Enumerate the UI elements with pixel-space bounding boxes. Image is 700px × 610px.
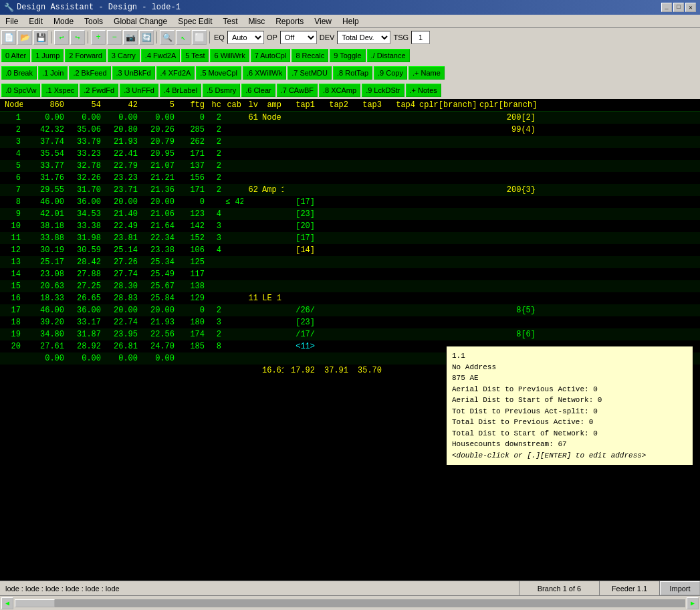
tb-9-lckdstr[interactable]: .9 LckDStr — [362, 84, 404, 97]
tb-3-unffd[interactable]: .3 UnFFd — [120, 84, 158, 97]
table-row[interactable]: 16 18.33 26.65 28.83 25.84 129 11 LE 1 — [0, 292, 700, 304]
scroll-track[interactable] — [15, 599, 685, 607]
tb-8-xcamp[interactable]: .8 XCAmp — [319, 84, 360, 97]
tb-3-unbkfd[interactable]: .3 UnBkFd — [112, 66, 155, 80]
menu-test[interactable]: Test — [218, 15, 243, 27]
tb-1-jump[interactable]: 1 Jump — [31, 49, 64, 62]
table-row[interactable]: 18 39.20 33.17 22.74 21.93 180 3 [23] — [0, 316, 700, 328]
table-row[interactable]: 3 37.74 33.79 21.93 20.79 262 2 — [0, 136, 700, 148]
scroll-right-arrow[interactable]: ▶ — [687, 597, 699, 609]
menu-tools[interactable]: Tools — [79, 15, 108, 27]
auto-select[interactable]: Auto — [227, 31, 264, 44]
table-row[interactable]: 4 35.54 33.23 22.41 20.95 171 2 — [0, 148, 700, 160]
sep2 — [88, 31, 88, 43]
tb-4-fwd2a[interactable]: .4 Fwd2A — [141, 49, 180, 62]
tb-0-alter[interactable]: 0 Alter — [1, 49, 30, 62]
tb-7-autocpl[interactable]: 7 AutoCpl — [251, 49, 291, 62]
toolbar-row-2: 0 Alter 1 Jump 2 Forward 3 Carry .4 Fwd2… — [0, 47, 700, 64]
magnify-icon[interactable]: 🔍 — [160, 30, 174, 45]
scroll-thumb[interactable] — [15, 599, 55, 607]
menu-global-change[interactable]: Global Change — [108, 15, 172, 27]
menu-mode[interactable]: Mode — [48, 15, 79, 27]
table-row[interactable]: 1 0.00 0.00 0.00 0.00 0 2 61 Node 1 200[… — [0, 112, 700, 124]
table-row[interactable]: 2 42.32 35.06 20.80 20.26 285 2 99(4) — [0, 124, 700, 136]
tb-9-toggle[interactable]: 9 Toggle — [330, 49, 365, 62]
open-icon[interactable]: 📂 — [17, 30, 32, 45]
tb-5-test[interactable]: 5 Test — [181, 49, 209, 62]
table-row[interactable]: 7 29.55 31.70 23.71 21.36 171 2 62 Amp 1… — [0, 184, 700, 196]
dev-label: DEV — [318, 33, 336, 41]
total-dev-select[interactable]: Total Dev. — [337, 31, 390, 44]
window-controls: _ □ ✕ — [661, 3, 696, 12]
sub-icon[interactable]: − — [107, 30, 122, 45]
table-row[interactable]: 6 31.76 32.26 23.23 21.21 156 2 — [0, 172, 700, 184]
tb-1-xspec[interactable]: .1 Xspec — [41, 84, 78, 97]
header-cab: cab — [223, 100, 243, 110]
menu-edit[interactable]: Edit — [23, 15, 48, 27]
import-button[interactable]: Import — [660, 581, 700, 595]
tb-5-dsmry[interactable]: .5 Dsmry — [203, 84, 240, 97]
tb-7-cawbf[interactable]: .7 CAwBF — [277, 84, 318, 97]
table-row[interactable]: 19 34.80 31.87 23.95 22.56 174 2 /17/ 8[… — [0, 328, 700, 340]
menu-misc[interactable]: Misc — [243, 15, 271, 27]
tb-0-break[interactable]: .0 Break — [1, 66, 37, 80]
header-tap4: tap4 — [384, 100, 417, 110]
lasso-icon[interactable]: ⬜ — [192, 30, 207, 45]
table-row[interactable]: 11 33.88 31.98 23.81 22.34 152 3 [17] — [0, 232, 700, 244]
info-line8: Total Dist to Start of Network: 0 — [452, 428, 687, 439]
menu-reports[interactable]: Reports — [270, 15, 309, 27]
tb-6-willwrk[interactable]: 6 WillWrk — [210, 49, 249, 62]
tb-0-spcvw[interactable]: .0 SpcVw — [1, 84, 40, 97]
tb-name[interactable]: .+ Name — [409, 66, 445, 80]
undo-icon[interactable]: ↩ — [54, 30, 69, 45]
tb-5-movecpl[interactable]: .5 MoveCpl — [196, 66, 241, 80]
header-amp: amp — [260, 100, 283, 110]
table-row[interactable]: 5 33.77 32.78 22.79 21.07 137 2 — [0, 160, 700, 172]
table-row[interactable]: 13 25.17 28.42 27.26 25.34 125 — [0, 256, 700, 268]
table-row[interactable]: 12 30.19 30.59 25.14 23.38 106 4 [14] — [0, 244, 700, 256]
tb-2-fwdfd[interactable]: .2 FwdFd — [80, 84, 118, 97]
new-icon[interactable]: 📄 — [1, 30, 16, 45]
table-row[interactable]: 14 23.08 27.88 27.74 25.49 117 — [0, 268, 700, 280]
table-row[interactable]: 10 38.18 33.38 22.49 21.64 142 3 [20] — [0, 220, 700, 232]
tb-1-join[interactable]: .1 Join — [38, 66, 68, 80]
pointer-icon[interactable]: ↖ — [176, 30, 191, 45]
tb-8-rottap[interactable]: .8 RotTap — [333, 66, 372, 80]
status-feeder: Feeder 1.1 — [600, 581, 660, 595]
tb-4-xfd2a[interactable]: .4 XFd2A — [156, 66, 195, 80]
title-area: 🔧 Design Assistant - Design - lode-1 — [4, 3, 661, 13]
table-row[interactable]: 17 46.00 36.00 20.00 20.00 0 2 /26/ 8{5} — [0, 304, 700, 316]
scroll-left-arrow[interactable]: ◀ — [1, 597, 13, 609]
tb-9-copy[interactable]: .9 Copy — [374, 66, 407, 80]
tb-notes[interactable]: .+ Notes — [406, 84, 441, 97]
refresh-icon[interactable]: 🔄 — [139, 30, 154, 45]
close-button[interactable]: ✕ — [685, 3, 696, 12]
tb-8-recalc[interactable]: 8 Recalc — [291, 49, 328, 62]
tb-2-bkfeed[interactable]: .2 BkFeed — [69, 66, 110, 80]
info-line9: Housecounts downstream: 67 — [452, 439, 687, 450]
horizontal-scrollbar[interactable]: ◀ ▶ — [0, 595, 700, 610]
camera-icon[interactable]: 📷 — [123, 30, 138, 45]
menu-view[interactable]: View — [309, 15, 337, 27]
add-icon[interactable]: + — [91, 30, 106, 45]
off-select[interactable]: Off — [280, 31, 317, 44]
tb-distance[interactable]: ./ Distance — [367, 49, 410, 62]
tb-4-brlabel[interactable]: .4 BrLabel — [160, 84, 201, 97]
menu-help[interactable]: Help — [337, 15, 364, 27]
tsg-input[interactable]: 1 — [411, 31, 430, 44]
tb-6-clear[interactable]: .6 Clear — [241, 84, 275, 97]
tb-6-xwillwk[interactable]: .6 XWillWk — [243, 66, 286, 80]
table-row[interactable]: 9 42.01 34.53 21.40 21.06 123 4 [23] — [0, 208, 700, 220]
maximize-button[interactable]: □ — [673, 3, 684, 12]
menu-file[interactable]: File — [0, 15, 23, 27]
tb-7-setmdu[interactable]: .7 SetMDU — [287, 66, 332, 80]
tb-3-carry[interactable]: 3 Carry — [108, 49, 140, 62]
table-row[interactable]: 15 20.63 27.25 28.30 25.67 138 — [0, 280, 700, 292]
minimize-button[interactable]: _ — [661, 3, 672, 12]
table-row[interactable]: 8 46.00 36.00 20.00 20.00 0 ≤ 42 [17] — [0, 196, 700, 208]
header-tap1: tap1 — [283, 100, 317, 110]
menu-spec-edit[interactable]: Spec Edit — [172, 15, 217, 27]
redo-icon[interactable]: ↪ — [70, 30, 85, 45]
save-icon[interactable]: 💾 — [33, 30, 48, 45]
tb-2-forward[interactable]: 2 Forward — [65, 49, 106, 62]
